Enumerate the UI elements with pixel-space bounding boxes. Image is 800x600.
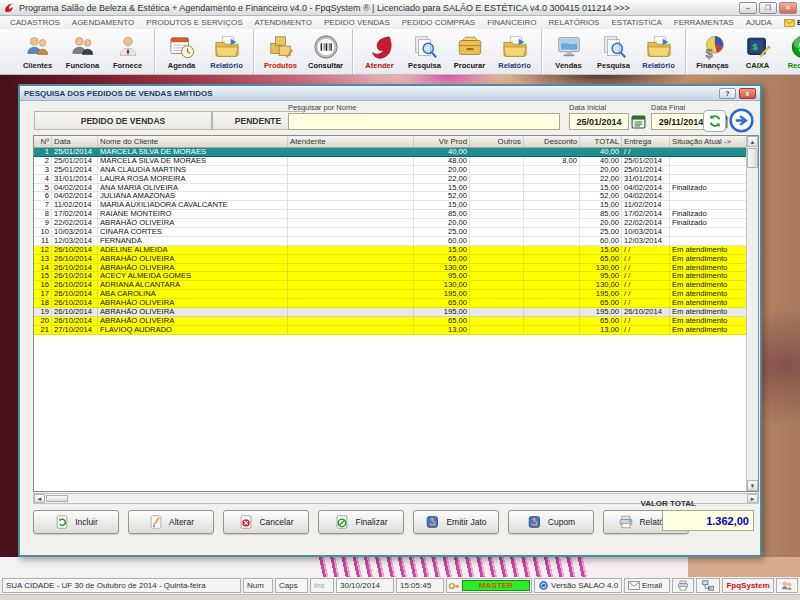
toolbar-produtos[interactable]: Produtos xyxy=(258,33,303,71)
horizontal-scroll-thumb[interactable] xyxy=(46,495,68,502)
cell xyxy=(670,228,746,236)
toolbar-agenda[interactable]: Agenda xyxy=(159,33,204,71)
table-row[interactable]: 1926/10/2014ABRAHÃO OLIVEIRA195,00195,00… xyxy=(34,308,746,317)
table-row[interactable]: 225/01/2014MARCELA SILVA DE MORAES48,008… xyxy=(34,157,746,166)
tab-pedido-de-vendas[interactable]: PEDIDO DE VENDAS xyxy=(34,111,212,130)
button-label: Alterar xyxy=(169,517,194,527)
button-label: Emitir Jato xyxy=(446,517,486,527)
cell xyxy=(524,317,580,325)
cancel-page-icon xyxy=(238,514,254,530)
help-button[interactable]: ? xyxy=(719,88,736,99)
toolbar-label: Relatório xyxy=(210,61,243,70)
table-row[interactable]: 1326/10/2014ABRAHÃO OLIVEIRA65,0065,00/ … xyxy=(34,255,746,264)
cell xyxy=(670,148,746,156)
menu-item-pedido-compras[interactable]: PEDIDO COMPRAS xyxy=(396,18,481,27)
cell: 10/03/2014 xyxy=(622,228,670,236)
toolbar-fornece[interactable]: Fornece xyxy=(105,33,150,71)
table-row[interactable]: 604/02/2014JULIANA AMAZONAS52,0052,0004/… xyxy=(34,192,746,201)
table-row[interactable]: 2026/10/2014ABRAHÃO OLIVEIRA65,0065,00/ … xyxy=(34,317,746,326)
status-network[interactable] xyxy=(696,578,720,593)
menu-item-financeiro[interactable]: FINANCEIRO xyxy=(481,18,542,27)
cell: 19 xyxy=(34,308,52,316)
table-row[interactable]: 1226/10/2014ADELINE ALMEIDA15,0015,00/ /… xyxy=(34,246,746,255)
toolbar-atender[interactable]: Atender xyxy=(357,33,402,71)
toolbar-funciona[interactable]: Funciona xyxy=(60,33,105,71)
cupom-button[interactable]: Cupom xyxy=(508,510,594,534)
menu-item-agendamento[interactable]: AGENDAMENTO xyxy=(66,18,141,27)
table-row[interactable]: 711/02/2014MARIA AUXILIADORA CAVALCANTE1… xyxy=(34,201,746,210)
table-row[interactable]: 2127/10/2014FLAVIOQ AUDRADO13,0013,00/ /… xyxy=(34,326,746,335)
table-row[interactable]: 431/01/2014LAURA ROSA MOREIRA22,0022,003… xyxy=(34,175,746,184)
toolbar-relatorio[interactable]: Relatório xyxy=(492,33,537,71)
scroll-right-icon[interactable]: ► xyxy=(747,494,758,503)
toolbar-clientes[interactable]: Clientes xyxy=(15,33,60,71)
toolbar-vendas[interactable]: Vendas xyxy=(546,33,591,71)
cell xyxy=(288,272,414,280)
scroll-left-icon[interactable]: ◄ xyxy=(34,494,45,503)
cell xyxy=(524,299,580,307)
cell xyxy=(670,157,746,165)
table-row[interactable]: 1726/10/2014ABA CAROLINA195,00195,00/ /E… xyxy=(34,290,746,299)
table-row[interactable]: 325/01/2014ANA CLAUDIA MARTINS20,0020,00… xyxy=(34,166,746,175)
cell: 52,00 xyxy=(580,192,622,200)
table-row[interactable]: 504/02/2014ANA MARIA OLIVEIRA15,0015,000… xyxy=(34,184,746,193)
toolbar-relatorio[interactable]: Relatório xyxy=(204,33,249,71)
menu-item-email[interactable]: E-MAIL xyxy=(778,18,800,27)
menu-item-ferramentas[interactable]: FERRAMENTAS xyxy=(668,18,740,27)
cell: 26/10/2014 xyxy=(52,272,98,280)
status-printer[interactable] xyxy=(672,578,694,593)
panel-close-button[interactable]: x xyxy=(739,88,756,99)
close-button[interactable]: ✕ xyxy=(779,2,797,14)
menu-item-cadastros[interactable]: CADASTROS xyxy=(4,18,66,27)
toolbar-relatorio[interactable]: Relatório xyxy=(636,33,681,71)
table-row[interactable]: 1626/10/2014ADRIANA ALCANTARA130,00130,0… xyxy=(34,281,746,290)
table-row[interactable]: 1826/10/2014ABRAHÃO OLIVEIRA65,0065,00/ … xyxy=(34,299,746,308)
status-email[interactable]: Email xyxy=(624,578,670,593)
table-row[interactable]: 1526/10/2014ACECY ALMEIDA GOMES95,0095,0… xyxy=(34,272,746,281)
cell xyxy=(288,317,414,325)
menu-item-ajuda[interactable]: AJUDA xyxy=(740,18,778,27)
menu-item-atendimento[interactable]: ATENDIMENTO xyxy=(249,18,318,27)
toolbar-pesquisa[interactable]: Pesquisa xyxy=(402,33,447,71)
menu-item-relatorios[interactable]: RELATÓRIOS xyxy=(542,18,605,27)
menu-item-estatistica[interactable]: ESTATISTICA xyxy=(605,18,667,27)
toolbar-group: AtenderPesquisaProcurarRelatório xyxy=(353,29,542,74)
toolbar-procurar[interactable]: Procurar xyxy=(447,33,492,71)
alterar-button[interactable]: Alterar xyxy=(128,510,214,534)
search-input[interactable] xyxy=(288,113,560,130)
refresh-button[interactable] xyxy=(703,110,726,132)
table-row[interactable]: 125/01/2014MARCELA SILVA DE MORAES40,004… xyxy=(34,148,746,157)
cell: 13 xyxy=(34,255,52,263)
toolbar-receber[interactable]: $Receber xyxy=(780,33,800,71)
finalizar-button[interactable]: Finalizar xyxy=(318,510,404,534)
menu-item-produtos-e-servicos[interactable]: PRODUTOS E SERVIÇOS xyxy=(140,18,248,27)
maximize-button[interactable]: ❐ xyxy=(759,2,777,14)
date-start-calendar-icon[interactable] xyxy=(631,114,646,129)
cancelar-button[interactable]: Cancelar xyxy=(223,510,309,534)
go-button[interactable] xyxy=(729,108,754,133)
vertical-scrollbar[interactable]: ▲ ▼ xyxy=(746,136,758,491)
toolbar-financas[interactable]: $Finanças xyxy=(690,33,735,71)
menu-item-pedido-vendas[interactable]: PEDIDO VENDAS xyxy=(318,18,396,27)
emitir-jato-button[interactable]: Emitir Jato xyxy=(413,510,499,534)
date-start-input[interactable]: 25/01/2014 xyxy=(569,113,629,130)
table-row[interactable]: 1010/03/2014CINARA CORTES25,0025,0010/03… xyxy=(34,228,746,237)
toolbar-consultar[interactable]: Consultar xyxy=(303,33,348,71)
table-row[interactable]: 1426/10/2014ABRAHÃO OLIVEIRA130,00130,00… xyxy=(34,264,746,273)
cell: 40,00 xyxy=(580,148,622,156)
toolbar-caixa[interactable]: $CAIXA xyxy=(735,33,780,71)
date-end-input[interactable]: 29/11/2014 xyxy=(651,113,711,130)
cell xyxy=(524,166,580,174)
cell xyxy=(524,148,580,156)
table-row[interactable]: 922/02/2014ABRAHÃO OLIVEIRA20,0020,0022/… xyxy=(34,219,746,228)
scroll-up-icon[interactable]: ▲ xyxy=(747,136,758,147)
incluir-button[interactable]: Incluir xyxy=(33,510,119,534)
minimize-button[interactable]: – xyxy=(739,2,757,14)
table-row[interactable]: 1112/03/2014FERNANDA60,0060,0012/03/2014 xyxy=(34,237,746,246)
table-row[interactable]: 817/02/2014RAIANE MONTEIRO85,0085,0017/0… xyxy=(34,210,746,219)
cell: 15 xyxy=(34,272,52,280)
cell: / / xyxy=(622,281,670,289)
vertical-scroll-thumb[interactable] xyxy=(747,148,758,168)
scroll-down-icon[interactable]: ▼ xyxy=(747,480,758,491)
toolbar-pesquisa[interactable]: Pesquisa xyxy=(591,33,636,71)
